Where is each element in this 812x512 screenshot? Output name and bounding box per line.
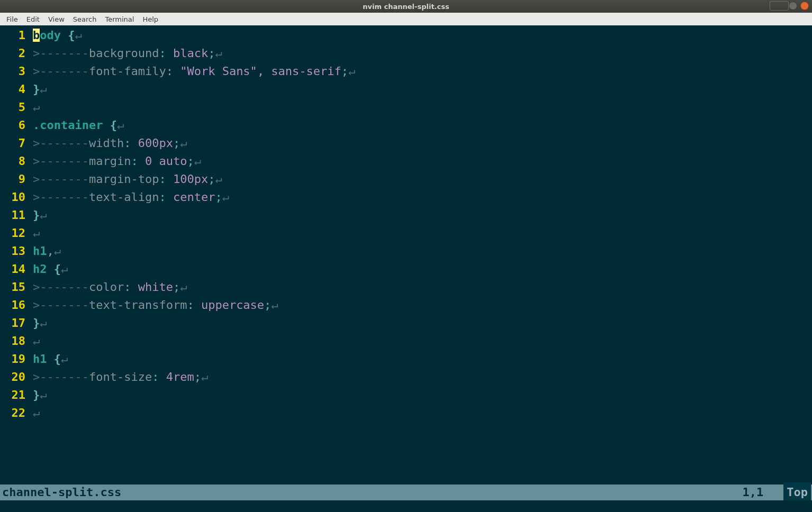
status-filename: channel-split.css bbox=[1, 483, 743, 501]
code-line[interactable]: 13h1,↵ bbox=[3, 242, 812, 260]
line-content[interactable]: >-------text-transform: uppercase;↵ bbox=[28, 296, 278, 314]
code-line[interactable]: 16>-------text-transform: uppercase;↵ bbox=[3, 296, 812, 314]
window-minimize-icon[interactable] bbox=[789, 2, 797, 10]
window-restore-icon[interactable] bbox=[770, 1, 789, 11]
eol-marker: ↵ bbox=[180, 280, 187, 294]
code-line[interactable]: 4}↵ bbox=[3, 80, 812, 98]
code-line[interactable]: 7>-------width: 600px;↵ bbox=[3, 134, 812, 152]
line-content[interactable]: >-------font-family: "Work Sans", sans-s… bbox=[28, 62, 355, 80]
token: ; bbox=[208, 47, 215, 60]
indent-guide: >------- bbox=[33, 154, 89, 168]
line-content[interactable]: >-------background: black;↵ bbox=[28, 44, 222, 62]
code-area[interactable]: 1body {↵2>-------background: black;↵3>--… bbox=[0, 26, 812, 422]
code-line[interactable]: 3>-------font-family: "Work Sans", sans-… bbox=[3, 62, 812, 80]
token: , bbox=[47, 244, 54, 258]
code-line[interactable]: 6.container {↵ bbox=[3, 116, 812, 134]
code-line[interactable]: 5↵ bbox=[3, 98, 812, 116]
line-content[interactable]: ↵ bbox=[28, 224, 40, 242]
code-line[interactable]: 21}↵ bbox=[3, 386, 812, 404]
token: ; bbox=[341, 65, 348, 78]
line-content[interactable]: h1,↵ bbox=[28, 242, 61, 260]
menu-file[interactable]: File bbox=[2, 14, 22, 25]
indent-guide: >------- bbox=[33, 65, 89, 78]
line-number: 21 bbox=[3, 386, 28, 404]
token: ; bbox=[208, 172, 215, 186]
code-line[interactable]: 17}↵ bbox=[3, 314, 812, 332]
indent-guide: >------- bbox=[33, 47, 89, 60]
line-content[interactable]: ↵ bbox=[28, 332, 40, 350]
editor-viewport[interactable]: 1body {↵2>-------background: black;↵3>--… bbox=[0, 25, 812, 512]
indent-guide: >------- bbox=[33, 190, 89, 204]
code-line[interactable]: 19h1 {↵ bbox=[3, 350, 812, 368]
token: ody bbox=[40, 29, 68, 42]
token: h1 bbox=[33, 352, 54, 365]
line-content[interactable]: ↵ bbox=[28, 404, 40, 422]
line-number: 5 bbox=[3, 98, 28, 116]
line-number: 22 bbox=[3, 404, 28, 422]
code-line[interactable]: 14h2 {↵ bbox=[3, 260, 812, 278]
code-line[interactable]: 11}↵ bbox=[3, 206, 812, 224]
menu-view[interactable]: View bbox=[44, 14, 69, 25]
token: ; bbox=[173, 136, 180, 150]
line-number: 8 bbox=[3, 152, 28, 170]
eol-marker: ↵ bbox=[33, 406, 40, 419]
line-content[interactable]: body {↵ bbox=[28, 26, 82, 44]
line-content[interactable]: }↵ bbox=[28, 386, 47, 404]
line-content[interactable]: }↵ bbox=[28, 206, 47, 224]
command-line[interactable] bbox=[0, 500, 812, 512]
code-line[interactable]: 2>-------background: black;↵ bbox=[3, 44, 812, 62]
code-line[interactable]: 15>-------color: white;↵ bbox=[3, 278, 812, 296]
token: center bbox=[166, 190, 215, 204]
eol-marker: ↵ bbox=[61, 352, 68, 365]
eol-marker: ↵ bbox=[75, 29, 82, 42]
code-line[interactable]: 1body {↵ bbox=[3, 26, 812, 44]
token: : bbox=[187, 298, 194, 312]
token: sans-serif bbox=[264, 65, 341, 78]
line-number: 7 bbox=[3, 134, 28, 152]
code-line[interactable]: 9>-------margin-top: 100px;↵ bbox=[3, 170, 812, 188]
line-number: 2 bbox=[3, 44, 28, 62]
code-line[interactable]: 18↵ bbox=[3, 332, 812, 350]
menu-edit[interactable]: Edit bbox=[22, 14, 44, 25]
code-line[interactable]: 8>-------margin: 0 auto;↵ bbox=[3, 152, 812, 170]
token: : bbox=[159, 190, 166, 204]
token: } bbox=[33, 208, 40, 222]
token: } bbox=[33, 83, 40, 96]
line-content[interactable]: >-------width: 600px;↵ bbox=[28, 134, 187, 152]
line-content[interactable]: >-------margin-top: 100px;↵ bbox=[28, 170, 222, 188]
token: } bbox=[33, 316, 40, 330]
code-line[interactable]: 22↵ bbox=[3, 404, 812, 422]
cursor: b bbox=[33, 29, 40, 42]
menubar: FileEditViewSearchTerminalHelp bbox=[0, 13, 812, 25]
token: margin-top bbox=[89, 172, 159, 186]
line-content[interactable]: h2 {↵ bbox=[28, 260, 68, 278]
line-content[interactable]: >-------font-size: 4rem;↵ bbox=[28, 368, 208, 386]
token: b bbox=[33, 29, 40, 42]
line-content[interactable]: }↵ bbox=[28, 314, 47, 332]
code-line[interactable]: 12↵ bbox=[3, 224, 812, 242]
line-number: 18 bbox=[3, 332, 28, 350]
menu-search[interactable]: Search bbox=[69, 14, 101, 25]
token: : bbox=[124, 136, 131, 150]
eol-marker: ↵ bbox=[271, 298, 278, 312]
eol-marker: ↵ bbox=[222, 190, 229, 204]
token: "Work Sans" bbox=[173, 65, 257, 78]
token: font-family bbox=[89, 65, 166, 78]
line-content[interactable]: >-------color: white;↵ bbox=[28, 278, 187, 296]
eol-marker: ↵ bbox=[215, 172, 222, 186]
token: margin bbox=[89, 154, 131, 168]
window-titlebar: nvim channel-split.css bbox=[0, 0, 812, 13]
line-content[interactable]: }↵ bbox=[28, 80, 47, 98]
line-content[interactable]: >-------text-align: center;↵ bbox=[28, 188, 229, 206]
window-close-icon[interactable] bbox=[800, 2, 809, 10]
menu-help[interactable]: Help bbox=[138, 14, 163, 25]
menu-terminal[interactable]: Terminal bbox=[101, 14, 138, 25]
line-content[interactable]: >-------margin: 0 auto;↵ bbox=[28, 152, 201, 170]
line-content[interactable]: ↵ bbox=[28, 98, 40, 116]
code-line[interactable]: 10>-------text-align: center;↵ bbox=[3, 188, 812, 206]
eol-marker: ↵ bbox=[215, 47, 222, 60]
line-content[interactable]: .container {↵ bbox=[28, 116, 124, 134]
line-number: 1 bbox=[3, 26, 28, 44]
code-line[interactable]: 20>-------font-size: 4rem;↵ bbox=[3, 368, 812, 386]
line-content[interactable]: h1 {↵ bbox=[28, 350, 68, 368]
